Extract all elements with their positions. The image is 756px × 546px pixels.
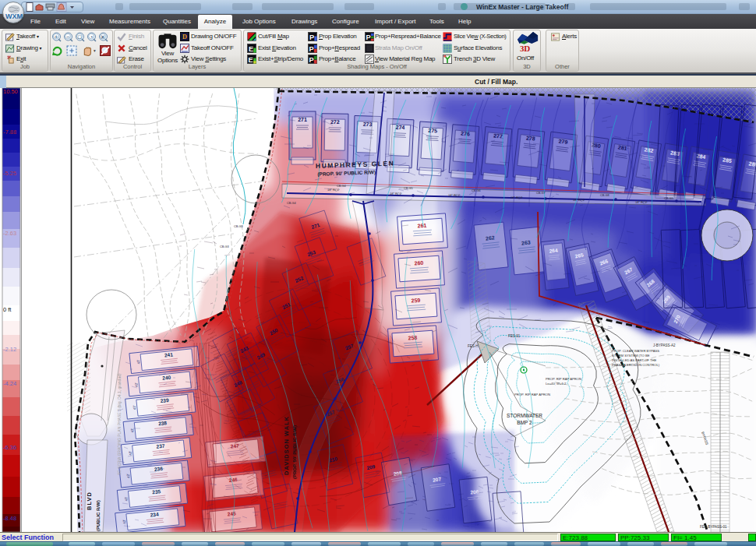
svg-text:D: D [182,33,187,41]
svg-text:-8.48: -8.48 [3,515,16,522]
svg-text:236: 236 [154,466,164,472]
svg-text:CB-G3: CB-G3 [234,225,243,228]
svg-text:18" RCP: 18" RCP [510,196,523,199]
svg-text:260: 260 [414,260,423,266]
svg-text:INSTALLED AS PART OF THE: INSTALLED AS PART OF THE [612,358,657,362]
svg-text:235: 235 [152,488,161,495]
svg-text:42': 42' [126,474,131,478]
svg-text:276: 276 [461,131,470,137]
svg-text:42': 42' [128,450,132,455]
svg-text:259: 259 [411,298,420,304]
svg-text:42': 42' [132,405,137,410]
svg-text:246: 246 [228,477,238,483]
svg-text:240: 240 [162,375,171,381]
svg-text:CB-G9: CB-G9 [664,197,673,200]
svg-text:274: 274 [395,125,404,131]
svg-text:BLVD: BLVD [86,491,93,510]
svg-text:241: 241 [164,351,174,358]
svg-text:261: 261 [417,223,426,229]
svg-text:-4.24: -4.24 [3,380,16,387]
svg-text:264: 264 [549,248,558,254]
svg-text:245: 245 [227,510,236,516]
svg-text:271: 271 [298,117,307,122]
svg-text:SE SCRIA GRADING PLAN PHASE 3: SE SCRIA GRADING PLAN PHASE 3 (big. D4.1… [117,373,122,475]
svg-text:-2.63: -2.63 [3,230,16,237]
svg-text:42': 42' [124,496,129,501]
svg-text:-2.12: -2.12 [3,346,16,353]
svg-text:CB-G3: CB-G3 [220,245,229,248]
svg-text:DAVIDSON WALK: DAVIDSON WALK [283,416,290,475]
svg-text:+: + [55,34,58,40]
svg-text:STORM SYSTEM (TO BE: STORM SYSTEM (TO BE [612,354,650,358]
svg-text:PHASE A EROSION CONTROL): PHASE A EROSION CONTROL) [612,363,660,367]
svg-text:263: 263 [521,239,531,245]
svg-text:P: P [366,33,371,41]
svg-text:272: 272 [330,119,340,125]
svg-text:FES-BYPASS-01: FES-BYPASS-01 [700,525,727,529]
svg-text:E: E [249,44,253,52]
svg-text:STORMWATER: STORMWATER [507,413,542,418]
svg-text:(PUBLIC R/W): (PUBLIC R/W) [96,500,101,531]
svg-text:0 ft: 0 ft [3,306,12,313]
svg-text:18" RCP: 18" RCP [448,193,461,197]
svg-text:PROP. CLEAR WATER BYPASS: PROP. CLEAR WATER BYPASS [612,349,659,353]
svg-text:◔: ◔ [90,34,93,40]
svg-text:Lo=40; W=6.2: Lo=40; W=6.2 [546,382,567,386]
svg-text:BMP 2: BMP 2 [517,420,532,425]
svg-text:P: P [309,56,314,64]
svg-text:J-BYPASS-A2: J-BYPASS-A2 [653,343,676,347]
svg-text:18" RCP: 18" RCP [390,192,402,196]
svg-text:10.50: 10.50 [3,88,18,95]
svg-text:42': 42' [122,519,127,523]
svg-text:237: 237 [156,443,165,449]
svg-text:239: 239 [160,397,169,403]
svg-text:CB-G8: CB-G8 [600,194,609,197]
svg-text:42': 42' [136,359,141,364]
svg-text:CB-G4: CB-G4 [337,185,346,188]
svg-text:273: 273 [363,122,373,127]
svg-text:CB-G6: CB-G6 [472,189,481,192]
svg-text:E: E [249,56,253,64]
svg-text:CB-G7: CB-G7 [536,192,546,195]
svg-text:-7.88: -7.88 [3,129,16,136]
svg-text:234: 234 [150,511,159,517]
svg-text:CB-G4: CB-G4 [287,202,296,205]
svg-text:-6.36: -6.36 [3,444,16,451]
svg-text:42': 42' [134,382,139,387]
svg-text:FES-01: FES-01 [508,334,521,338]
svg-text:18" RCP: 18" RCP [573,198,585,202]
svg-text:262: 262 [486,234,495,241]
svg-text:247: 247 [230,442,239,449]
svg-text:279: 279 [558,138,568,144]
svg-text:206: 206 [470,488,479,495]
svg-text:278: 278 [526,136,535,142]
svg-text:CB-G5: CB-G5 [404,187,413,190]
svg-text:18" RCP: 18" RCP [635,200,648,204]
svg-text:PROP. RIP RAP APRON: PROP. RIP RAP APRON [514,393,550,396]
svg-text:✕: ✕ [101,34,105,40]
svg-text:258: 258 [408,335,417,341]
svg-text:PROP. RIP RAP APRON: PROP. RIP RAP APRON [546,377,581,381]
svg-text:18" RCP: 18" RCP [327,188,340,192]
svg-text:238: 238 [158,420,168,426]
svg-text:−: − [66,34,69,40]
svg-text:P: P [309,44,314,52]
svg-text:-5.25: -5.25 [3,170,16,177]
svg-text:FES-H: FES-H [468,344,479,348]
svg-text:(PROP. 50' PUBLIC R/W): (PROP. 50' PUBLIC R/W) [292,425,297,479]
svg-text:P: P [309,33,314,41]
